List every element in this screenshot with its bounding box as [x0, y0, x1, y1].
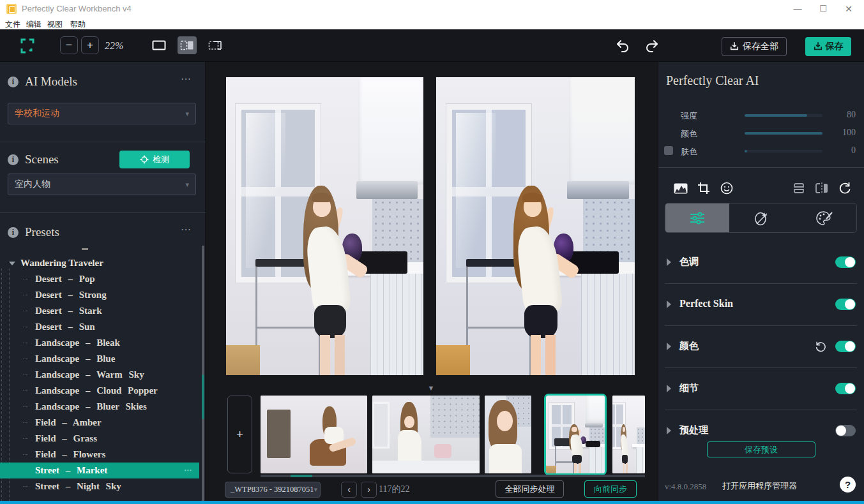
maximize-button[interactable]: ☐: [810, 0, 836, 18]
sync-forward-button[interactable]: 向前同步: [584, 480, 637, 498]
slider-track[interactable]: [745, 114, 822, 117]
tab-color-palette[interactable]: [792, 204, 856, 232]
info-icon[interactable]: i: [8, 227, 19, 238]
preset-item[interactable]: Landscape – Warm Sky: [0, 367, 199, 383]
face-sparkle-icon: [753, 210, 769, 226]
info-icon[interactable]: i: [8, 154, 19, 165]
crosshair-icon: [140, 155, 149, 164]
presets-menu-icon[interactable]: ⋯: [181, 223, 192, 235]
close-button[interactable]: ✕: [836, 0, 861, 18]
scrollbar-thumb[interactable]: [291, 475, 312, 477]
section-color[interactable]: 颜色: [658, 335, 864, 358]
ai-models-header: i AI Models: [8, 73, 77, 91]
palette-icon: [815, 211, 833, 226]
preset-item[interactable]: Landscape – Bleak: [0, 335, 199, 351]
tone-toggle[interactable]: [835, 256, 856, 268]
detect-button[interactable]: 检测: [119, 151, 190, 168]
ai-model-select[interactable]: 学校和运动 ▾: [8, 103, 196, 124]
thumbnail-3[interactable]: [485, 396, 531, 473]
preprocess-toggle[interactable]: [835, 425, 856, 436]
presets-header: i Presets: [8, 223, 59, 241]
thumbnail-5[interactable]: [612, 396, 645, 473]
info-icon[interactable]: i: [8, 77, 19, 87]
sliders-icon: [689, 211, 706, 226]
preset-item[interactable]: Desert – Stark: [0, 303, 199, 319]
zoom-out-button[interactable]: −: [60, 36, 78, 54]
scrollbar-thumb[interactable]: [202, 374, 204, 419]
ellipsis-icon[interactable]: ⋯: [184, 463, 193, 478]
slider-track[interactable]: [745, 150, 822, 152]
scenes-title: Scenes: [25, 152, 59, 167]
collapse-filmstrip-icon[interactable]: ▼: [427, 384, 436, 392]
split-compare-icon[interactable]: [791, 180, 807, 196]
tab-face-retouch[interactable]: [729, 204, 793, 232]
next-image-button[interactable]: ›: [361, 482, 377, 498]
slider-value: 0: [830, 145, 856, 156]
reset-icon[interactable]: [814, 339, 828, 353]
file-selector[interactable]: _WTP8376 - 3921087051 ▾: [225, 482, 321, 498]
section-tone[interactable]: 色调: [658, 251, 864, 274]
thumbnail-4-selected[interactable]: [546, 396, 605, 473]
split-view-button[interactable]: [178, 36, 197, 54]
tree-tick: [23, 374, 28, 375]
tree-tick: [23, 359, 28, 359]
preset-item[interactable]: Desert – Strong: [0, 287, 199, 303]
undo-icon[interactable]: [614, 38, 631, 54]
filmstrip: +: [206, 396, 658, 473]
flip-mirror-icon[interactable]: [814, 180, 830, 196]
thumbnail-2[interactable]: [372, 396, 480, 473]
save-preset-button[interactable]: 保存预设: [707, 441, 815, 457]
thumbnail-1[interactable]: [261, 396, 367, 473]
perfect-skin-toggle[interactable]: [835, 299, 856, 310]
rotate-icon[interactable]: [837, 180, 853, 196]
slider-fill: [745, 114, 807, 117]
save-button[interactable]: 保存: [805, 37, 851, 56]
section-preprocess[interactable]: 预处理: [658, 419, 864, 442]
add-image-button[interactable]: +: [227, 396, 252, 473]
preset-item[interactable]: Street – Market⋯: [0, 463, 199, 478]
preset-item[interactable]: Street – Night Sky: [0, 478, 199, 494]
preset-group-row[interactable]: Wandering Traveler: [0, 255, 201, 271]
section-details[interactable]: 细节: [658, 377, 864, 400]
crop-icon[interactable]: [695, 180, 712, 196]
sync-all-button[interactable]: 全部同步处理: [496, 480, 564, 498]
preview-before-image[interactable]: [226, 77, 423, 375]
preset-group-label: Wandering Traveler: [20, 258, 103, 269]
face-icon[interactable]: [718, 180, 735, 196]
open-app-manager-link[interactable]: 打开应用程序管理器: [722, 480, 797, 492]
divider: [665, 325, 857, 326]
preset-item[interactable]: Field – Grass: [0, 431, 199, 447]
preset-item[interactable]: Field – Flowers: [0, 447, 199, 463]
zoom-in-button[interactable]: +: [81, 36, 99, 54]
skin-tone-checkbox[interactable]: [664, 146, 673, 155]
overlay-view-button[interactable]: [206, 36, 225, 54]
preset-scrollbar[interactable]: [202, 246, 204, 501]
scene-select[interactable]: 室内人物 ▾: [8, 174, 196, 195]
help-icon[interactable]: ?: [840, 477, 856, 493]
expand-arrow-icon: [667, 258, 671, 266]
details-toggle[interactable]: [835, 383, 856, 394]
expand-arrow-icon: [667, 300, 671, 308]
version-text: v:4.8.0.2858: [665, 482, 706, 492]
preset-item[interactable]: Desert – Pop: [0, 271, 199, 287]
ai-models-menu-icon[interactable]: ⋯: [181, 73, 192, 85]
preview-after-image[interactable]: [436, 77, 635, 375]
photo-scene: [226, 77, 423, 375]
redo-icon[interactable]: [644, 38, 660, 54]
previous-image-button[interactable]: ‹: [341, 482, 357, 498]
preset-item[interactable]: Field – Amber: [0, 415, 199, 431]
color-toggle[interactable]: [835, 341, 856, 352]
minimize-button[interactable]: —: [785, 0, 810, 18]
filmstrip-scrollbar[interactable]: [261, 475, 645, 477]
slider-track[interactable]: [745, 132, 822, 135]
save-all-button[interactable]: 保存全部: [722, 37, 787, 56]
preset-item[interactable]: Landscape – Cloud Popper: [0, 383, 199, 399]
histogram-icon[interactable]: [672, 180, 689, 196]
single-view-button[interactable]: [149, 36, 169, 54]
preset-item[interactable]: Landscape – Bluer Skies: [0, 399, 199, 415]
preset-item[interactable]: Desert – Sun: [0, 319, 199, 335]
section-perfect-skin[interactable]: Perfect Skin: [658, 293, 864, 316]
preset-item[interactable]: Landscape – Blue: [0, 351, 199, 367]
zoom-level: 22%: [105, 40, 123, 52]
tab-adjustments[interactable]: [665, 204, 729, 232]
